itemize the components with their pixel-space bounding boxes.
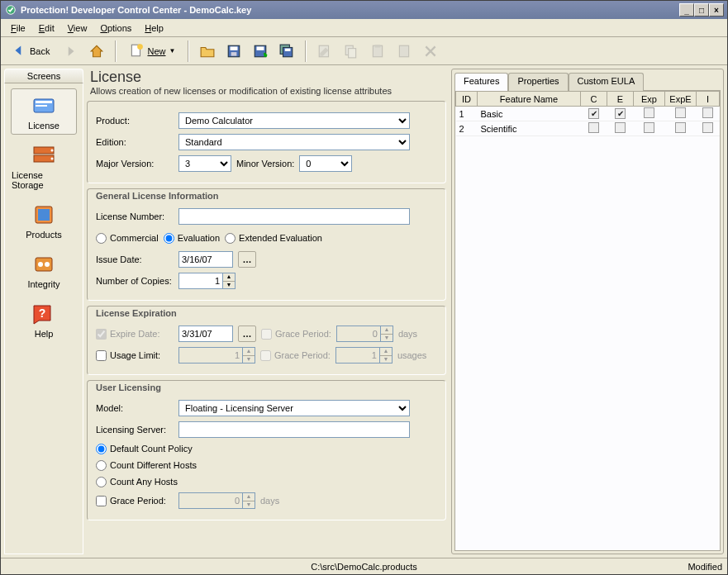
user-licensing-group: User Licensing Model: Floating - Licensi… xyxy=(87,380,446,520)
menu-file[interactable]: File xyxy=(4,21,32,35)
sidebar-item-license-storage[interactable]: License Storage xyxy=(11,138,77,194)
toolbar: Back New ▼ xyxy=(1,37,727,65)
license-icon xyxy=(31,93,57,119)
count-any-hosts-radio[interactable]: Count Any Hosts xyxy=(96,477,178,487)
forward-button[interactable] xyxy=(59,40,82,62)
userlic-grace-spinner: ▲▼ xyxy=(178,492,255,509)
checkbox-e[interactable] xyxy=(615,108,626,119)
licensing-server-input[interactable] xyxy=(178,421,410,438)
status-state: Modified xyxy=(483,562,722,572)
tab-custom-eula[interactable]: Custom EULA xyxy=(569,73,645,91)
grace-days-check[interactable]: Grace Period: xyxy=(261,329,331,340)
sidebar-item-help[interactable]: ? Help xyxy=(11,297,77,343)
edition-select[interactable]: Standard xyxy=(178,134,410,150)
svg-text:?: ? xyxy=(39,307,46,320)
minimize-button[interactable]: _ xyxy=(679,3,694,17)
col-expe[interactable]: ExpE xyxy=(665,92,697,107)
tab-properties[interactable]: Properties xyxy=(508,73,568,91)
col-c[interactable]: C xyxy=(581,92,607,107)
product-select[interactable]: Demo Calculator xyxy=(178,112,410,129)
features-table: ID Feature Name C E Exp ExpE I 1Basic2Sc… xyxy=(455,91,720,136)
userlic-grace-check[interactable]: Grace Period: xyxy=(96,496,174,506)
delete-button[interactable] xyxy=(419,40,442,62)
issue-date-picker-button[interactable]: … xyxy=(238,251,256,268)
model-label: Model: xyxy=(96,403,174,413)
tab-features[interactable]: Features xyxy=(454,73,508,91)
checkbox-exp[interactable] xyxy=(644,122,654,133)
spin-down-icon[interactable]: ▼ xyxy=(223,282,235,289)
expire-date-input[interactable] xyxy=(178,326,233,342)
copies-spinner[interactable]: ▲▼ xyxy=(178,273,236,289)
svg-rect-18 xyxy=(36,101,52,103)
page-subtitle: Allows creation of new licenses or modif… xyxy=(90,86,443,96)
checkbox-i[interactable] xyxy=(702,107,713,118)
license-number-label: License Number: xyxy=(96,211,174,221)
type-extended-radio[interactable]: Extended Evaluation xyxy=(225,233,322,244)
titlebar: Protection! Developer Control Center - D… xyxy=(1,1,727,19)
col-name[interactable]: Feature Name xyxy=(478,92,581,107)
copy-button[interactable] xyxy=(340,40,363,62)
table-row[interactable]: 2Scientific xyxy=(456,121,720,136)
app-icon xyxy=(4,3,17,17)
help-icon: ? xyxy=(31,301,57,327)
col-id[interactable]: ID xyxy=(456,92,478,107)
status-path: C:\src\DemoCalc.products xyxy=(245,562,483,572)
sidebar-item-products[interactable]: Products xyxy=(11,197,77,244)
checkbox-expe[interactable] xyxy=(675,122,686,133)
statusbar: C:\src\DemoCalc.products Modified xyxy=(1,558,727,574)
minor-version-label: Minor Version: xyxy=(236,159,294,169)
cut-button[interactable] xyxy=(393,40,416,62)
new-icon xyxy=(129,43,144,59)
col-exp[interactable]: Exp xyxy=(634,92,665,107)
count-default-radio[interactable]: Default Count Policy xyxy=(96,444,193,454)
sidebar-item-license[interactable]: License xyxy=(11,88,77,135)
expire-date-check[interactable]: Expire Date: xyxy=(96,329,174,340)
checkbox-exp[interactable] xyxy=(644,107,654,118)
type-commercial-radio[interactable]: Commercial xyxy=(96,233,159,244)
checkbox-i[interactable] xyxy=(702,122,713,133)
open-button[interactable] xyxy=(196,40,219,62)
svg-rect-5 xyxy=(231,52,237,56)
edit-button[interactable] xyxy=(313,40,336,62)
maximize-button[interactable]: □ xyxy=(694,3,709,17)
svg-rect-7 xyxy=(257,46,264,50)
menu-options[interactable]: Options xyxy=(93,21,138,35)
svg-point-28 xyxy=(45,262,50,267)
svg-rect-20 xyxy=(34,147,54,154)
storage-icon xyxy=(31,142,57,169)
home-button[interactable] xyxy=(85,40,108,62)
menu-help[interactable]: Help xyxy=(138,21,170,35)
type-evaluation-radio[interactable]: Evaluation xyxy=(164,233,220,244)
count-diff-hosts-radio[interactable]: Count Different Hosts xyxy=(96,460,197,471)
checkbox-e[interactable] xyxy=(615,122,626,133)
model-select[interactable]: Floating - Licensing Server xyxy=(178,400,410,416)
expire-date-picker-button[interactable]: … xyxy=(238,326,256,342)
checkbox-c[interactable] xyxy=(588,108,599,119)
paste-button[interactable] xyxy=(366,40,389,62)
save-as-button[interactable] xyxy=(249,40,272,62)
license-number-input[interactable] xyxy=(178,208,410,225)
save-button[interactable] xyxy=(222,40,245,62)
close-button[interactable]: × xyxy=(709,3,724,17)
licensing-server-label: Licensing Server: xyxy=(96,425,174,435)
menu-view[interactable]: View xyxy=(61,21,94,35)
checkbox-c[interactable] xyxy=(588,122,599,133)
table-row[interactable]: 1Basic xyxy=(456,107,720,121)
copies-label: Number of Copies: xyxy=(96,276,174,286)
new-button[interactable]: New ▼ xyxy=(123,40,181,62)
sidebar-item-integrity[interactable]: Integrity xyxy=(11,247,77,293)
minor-version-select[interactable]: 0 xyxy=(299,155,352,172)
usage-limit-check[interactable]: Usage Limit: xyxy=(96,350,174,361)
svg-rect-19 xyxy=(36,105,47,107)
menu-edit[interactable]: Edit xyxy=(32,21,61,35)
issue-date-input[interactable] xyxy=(178,251,233,268)
right-panel: Features Properties Custom EULA ID Featu… xyxy=(451,69,724,554)
svg-rect-4 xyxy=(231,46,238,50)
col-e[interactable]: E xyxy=(607,92,634,107)
spin-up-icon[interactable]: ▲ xyxy=(223,273,235,282)
back-button[interactable]: Back xyxy=(6,40,55,62)
checkbox-expe[interactable] xyxy=(675,107,686,118)
col-i[interactable]: I xyxy=(697,92,720,107)
major-version-select[interactable]: 3 xyxy=(178,155,231,172)
save-all-button[interactable] xyxy=(275,40,298,62)
